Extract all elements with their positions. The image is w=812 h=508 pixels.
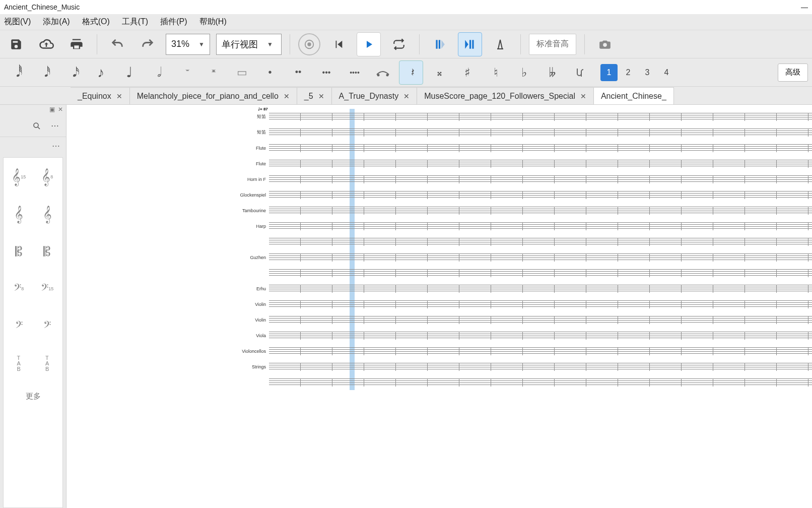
staff-lines[interactable] (269, 203, 812, 218)
voice-2[interactable]: 2 (620, 64, 637, 81)
rest-whole-button[interactable]: 𝄻 (173, 60, 197, 85)
quad-dot-button[interactable]: •••• (343, 60, 367, 85)
redo-button[interactable] (136, 32, 160, 56)
sharp-button[interactable]: ♯ (455, 60, 480, 85)
clef-treble-15ma[interactable]: 𝄞15 (7, 163, 31, 191)
double-flat-button[interactable]: 𝄫 (540, 60, 564, 85)
loop-in-button[interactable] (428, 32, 452, 56)
staff-lines[interactable] (269, 171, 812, 187)
staff-lines[interactable] (269, 359, 812, 374)
staff-lines[interactable] (269, 296, 812, 312)
staff-lines[interactable] (269, 109, 812, 124)
menu-format[interactable]: 格式(O) (82, 17, 110, 27)
tab-dynasty[interactable]: A_True_Dynasty ✕ (332, 87, 418, 104)
staff-lines[interactable] (269, 281, 812, 296)
clef-treble-8va[interactable]: 𝄞8 (35, 163, 60, 191)
undo-button[interactable] (105, 32, 129, 56)
voice-4[interactable]: 4 (658, 64, 675, 81)
clef-tab2[interactable]: TAB (35, 349, 60, 377)
note-16th-button[interactable]: 𝅘𝅥𝅯 (60, 60, 85, 85)
metronome-button[interactable] (298, 33, 320, 55)
staff-lines[interactable] (269, 234, 812, 249)
rest-button[interactable]: 𝄽 (399, 60, 423, 85)
close-icon[interactable]: ✕ (284, 92, 290, 100)
rest-long-button[interactable]: ▭ (230, 60, 254, 85)
clef-tab1[interactable]: TAB (7, 349, 31, 377)
menu-plugins[interactable]: 插件(P) (160, 17, 187, 27)
more-button[interactable]: ⋯ (49, 120, 61, 132)
note-half-button[interactable]: 𝅗𝅥 (145, 60, 169, 85)
clef-treble-8vb[interactable]: 𝄞 (7, 200, 31, 228)
dot-button[interactable]: • (258, 60, 282, 85)
clef-alto[interactable]: 𝄡 (7, 237, 31, 266)
tab-musescore[interactable]: MuseScore_page_120_Followers_Special ✕ (417, 87, 594, 104)
screenshot-button[interactable] (593, 32, 617, 56)
score-canvas[interactable]: ♩= 87 短笛短笛FluteFluteHorn in FGlockenspie… (66, 105, 812, 508)
close-icon[interactable]: ✕ (58, 106, 63, 113)
staff-lines[interactable] (269, 312, 812, 328)
tie-button[interactable] (371, 60, 395, 85)
staff-lines[interactable] (269, 374, 812, 390)
note-quarter-button[interactable]: ♩ (117, 60, 141, 85)
advanced-button[interactable]: 高级 (778, 64, 808, 82)
print-button[interactable] (64, 32, 89, 56)
workspace: ▣ ✕ ⋯ ⋯ 𝄞15 𝄞8 𝄞 𝄞 𝄡 𝄡 𝄢8 𝄢15 𝄢 𝄢 TAB (0, 105, 812, 508)
palette-more[interactable]: 更多 (7, 387, 59, 401)
note-8th-button[interactable]: ♪ (89, 60, 113, 85)
clef-bass2[interactable]: 𝄢 (35, 312, 60, 340)
dots-icon[interactable]: ⋯ (52, 141, 60, 151)
view-mode-combo[interactable]: 单行视图 ▼ (216, 34, 282, 55)
close-icon[interactable]: ✕ (403, 92, 410, 100)
tab-melancholy[interactable]: Melancholy_piece_for_piano_and_cello ✕ (130, 87, 297, 104)
staff-lines[interactable] (269, 124, 812, 140)
staff-lines[interactable] (269, 265, 812, 281)
cloud-upload-button[interactable] (34, 32, 58, 56)
triple-dot-button[interactable]: ••• (314, 60, 339, 85)
staff-lines[interactable] (269, 328, 812, 343)
natural-button[interactable]: ♮ (484, 60, 508, 85)
clef-bass-8va[interactable]: 𝄢8 (7, 275, 31, 303)
menu-tools[interactable]: 工具(T) (122, 17, 148, 27)
loop-out-button[interactable] (458, 32, 482, 56)
save-button[interactable] (4, 32, 28, 56)
staff-lines[interactable] (269, 140, 812, 156)
close-icon[interactable]: ✕ (318, 92, 324, 100)
menu-add[interactable]: 添加(A) (43, 17, 70, 27)
marker-left-icon (433, 38, 446, 51)
clef-bass-15ma[interactable]: 𝄢15 (35, 275, 60, 303)
tab-5[interactable]: _5 ✕ (297, 87, 332, 104)
rest-breve-button[interactable]: 𝄺 (201, 60, 226, 85)
loop-button[interactable] (387, 32, 411, 56)
voice-3[interactable]: 3 (639, 64, 656, 81)
zoom-combo[interactable]: 31% ▼ (166, 34, 210, 55)
staff-lines[interactable] (269, 249, 812, 265)
voice-1[interactable]: 1 (600, 64, 618, 81)
flat-button[interactable]: ♭ (512, 60, 536, 85)
play-button[interactable] (357, 32, 381, 56)
staff-lines[interactable] (269, 218, 812, 234)
note-32nd-button[interactable]: 𝅘𝅥𝅰 (32, 60, 56, 85)
note-64th-button[interactable]: 𝅘𝅥𝅱 (4, 60, 28, 85)
staff-lines[interactable] (269, 156, 812, 171)
menu-view[interactable]: 视图(V) (4, 17, 31, 27)
count-in-button[interactable] (488, 32, 512, 56)
flip-button[interactable] (568, 60, 592, 85)
staff-lines[interactable] (269, 187, 812, 203)
rewind-button[interactable] (326, 32, 351, 56)
concert-pitch-button[interactable]: 标准音高 (529, 34, 576, 55)
staff-lines[interactable] (269, 343, 812, 359)
clef-bass[interactable]: 𝄢 (7, 312, 31, 340)
close-icon[interactable]: ✕ (580, 92, 586, 100)
tab-ancient-chinese[interactable]: Ancient_Chinese_ (594, 87, 674, 104)
clef-tenor[interactable]: 𝄡 (35, 237, 60, 266)
double-dot-button[interactable]: •• (286, 60, 310, 85)
staff-row: Violoncellos (238, 343, 812, 359)
search-button[interactable] (31, 120, 43, 132)
double-sharp-button[interactable]: 𝄪 (427, 60, 451, 85)
close-icon[interactable]: ✕ (116, 92, 122, 100)
clef-treble[interactable]: 𝄞 (35, 200, 60, 228)
menu-help[interactable]: 帮助(H) (199, 17, 227, 27)
minimize-button[interactable]: — (801, 3, 808, 11)
undock-icon[interactable]: ▣ (49, 106, 55, 113)
tab-equinox[interactable]: _Equinox ✕ (71, 87, 130, 104)
